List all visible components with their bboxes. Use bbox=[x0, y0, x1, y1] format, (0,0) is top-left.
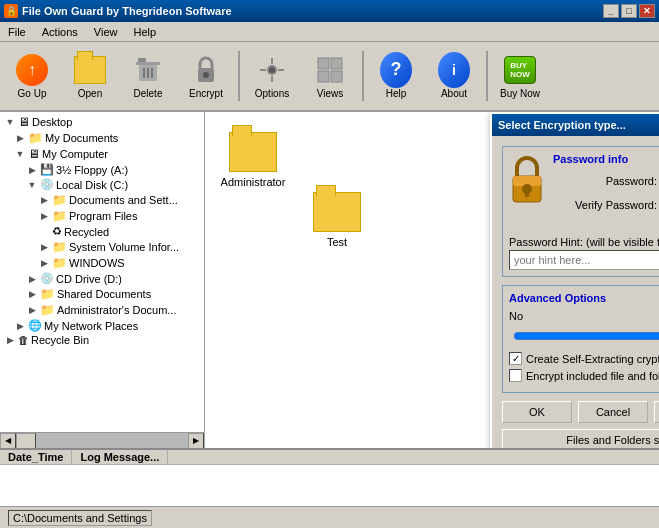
password-section-inner: Password info Password: Verify Password: bbox=[509, 153, 659, 232]
views-svg bbox=[314, 54, 346, 86]
tree-item-recycle-bin[interactable]: ▶ 🗑 Recycle Bin bbox=[2, 333, 202, 347]
scroll-thumb[interactable] bbox=[16, 433, 36, 449]
views-button[interactable]: Views bbox=[302, 46, 358, 106]
tree-item-network[interactable]: ▶ 🌐 My Network Places bbox=[2, 318, 202, 333]
delete-icon bbox=[132, 54, 164, 86]
delete-label: Delete bbox=[134, 88, 163, 99]
tree-label-sysvolume: System Volume Infor... bbox=[69, 241, 179, 253]
files-folders-button[interactable]: Files and Folders selected for encryptio… bbox=[502, 429, 659, 448]
go-up-icon: ↑ bbox=[16, 54, 48, 86]
tree-label-floppy: 3½ Floppy (A:) bbox=[56, 164, 128, 176]
file-item-test[interactable]: Test bbox=[297, 180, 377, 260]
dialog-title-bar: Select Encryption type... ? ✕ bbox=[492, 114, 659, 136]
toolbar: ↑ Go Up Open Delete bbox=[0, 42, 659, 112]
tree-label-windows: WINDOWS bbox=[69, 257, 125, 269]
menu-file[interactable]: File bbox=[4, 25, 30, 39]
buynow-button[interactable]: BUYNOW Buy Now bbox=[492, 46, 548, 106]
encrypt-label: Encrypt bbox=[189, 88, 223, 99]
ok-button[interactable]: OK bbox=[502, 401, 572, 423]
folder-icon-sysvolume: 📁 bbox=[52, 240, 67, 254]
delete-button[interactable]: Delete bbox=[120, 46, 176, 106]
compression-slider[interactable] bbox=[513, 328, 659, 344]
create-archive-checkbox[interactable]: ✓ bbox=[509, 352, 522, 365]
encrypt-button[interactable]: Encrypt bbox=[178, 46, 234, 106]
maximize-button[interactable]: □ bbox=[621, 4, 637, 18]
title-bar-left: 🔒 File Own Guard by Thegrideon Software bbox=[4, 4, 232, 18]
tree-item-local-disk[interactable]: ▼ 💿 Local Disk (C:) bbox=[2, 177, 202, 192]
tree-item-floppy[interactable]: ▶ 💾 3½ Floppy (A:) bbox=[2, 162, 202, 177]
tree-label-admin-docs: Administrator's Docum... bbox=[57, 304, 176, 316]
menu-help[interactable]: Help bbox=[129, 25, 160, 39]
tree-item-admin-docs[interactable]: ▶ 📁 Administrator's Docum... bbox=[2, 302, 202, 318]
options-icon bbox=[256, 54, 288, 86]
open-button[interactable]: Open bbox=[62, 46, 118, 106]
desktop-icon: 🖥 bbox=[18, 115, 30, 129]
tree-item-cd-drive[interactable]: ▶ 💿 CD Drive (D:) bbox=[2, 271, 202, 286]
title-bar: 🔒 File Own Guard by Thegrideon Software … bbox=[0, 0, 659, 22]
scroll-left-btn[interactable]: ◀ bbox=[0, 433, 16, 449]
go-up-label: Go Up bbox=[18, 88, 47, 99]
file-tree: ▼ 🖥 Desktop ▶ 📁 My Documents ▼ 🖥 My Comp… bbox=[0, 112, 205, 432]
go-up-circle: ↑ bbox=[16, 54, 48, 86]
svg-point-7 bbox=[203, 72, 209, 78]
expand-docs-settings: ▶ bbox=[38, 195, 50, 205]
folder-shape-test bbox=[313, 192, 361, 232]
expand-my-computer: ▼ bbox=[14, 149, 26, 159]
file-item-administrator[interactable]: Administrator bbox=[213, 120, 293, 200]
options-button[interactable]: Options bbox=[244, 46, 300, 106]
folder-icon-shared-docs: 📁 bbox=[40, 287, 55, 301]
tree-item-my-documents[interactable]: ▶ 📁 My Documents bbox=[2, 130, 202, 146]
encryption-dialog: Select Encryption type... ? ✕ bbox=[490, 112, 659, 448]
tree-item-recycled[interactable]: ♻ Recycled bbox=[2, 224, 202, 239]
tree-item-sysvolume[interactable]: ▶ 📁 System Volume Infor... bbox=[2, 239, 202, 255]
tree-item-docs-settings[interactable]: ▶ 📁 Documents and Sett... bbox=[2, 192, 202, 208]
dialog-title-text: Select Encryption type... bbox=[498, 119, 626, 131]
close-button[interactable]: ✕ bbox=[639, 4, 655, 18]
hint-row: Password Hint: (will be visible to all !… bbox=[509, 236, 659, 270]
checkbox2-row: Encrypt included file and folder names. bbox=[509, 369, 659, 382]
svg-point-9 bbox=[269, 67, 275, 73]
folder-icon-docs-settings: 📁 bbox=[52, 193, 67, 207]
lock-icon-container bbox=[509, 153, 545, 207]
about-label: About bbox=[441, 88, 467, 99]
tree-label-desktop: Desktop bbox=[32, 116, 72, 128]
compression-no-label: No bbox=[509, 310, 523, 322]
toolbar-sep3 bbox=[486, 51, 488, 101]
minimize-button[interactable]: _ bbox=[603, 4, 619, 18]
tree-item-shared-docs[interactable]: ▶ 📁 Shared Documents bbox=[2, 286, 202, 302]
help-icon: ? bbox=[380, 54, 412, 86]
hint-label: Password Hint: (will be visible to all !… bbox=[509, 236, 659, 248]
tree-label-my-docs: My Documents bbox=[45, 132, 118, 144]
title-bar-buttons: _ □ ✕ bbox=[603, 4, 655, 18]
expand-recycle-bin: ▶ bbox=[4, 335, 16, 345]
cancel-button[interactable]: Cancel bbox=[578, 401, 648, 423]
about-circle: i bbox=[438, 52, 470, 88]
about-button[interactable]: i About bbox=[426, 46, 482, 106]
help-button[interactable]: ? Help bbox=[368, 46, 424, 106]
tree-item-program-files[interactable]: ▶ 📁 Program Files bbox=[2, 208, 202, 224]
checkbox2-label: Encrypt included file and folder names. bbox=[526, 370, 659, 382]
svg-rect-14 bbox=[318, 58, 329, 69]
floppy-icon: 💾 bbox=[40, 163, 54, 176]
menu-view[interactable]: View bbox=[90, 25, 122, 39]
options-dialog-button[interactable]: Options... bbox=[654, 401, 659, 423]
menu-actions[interactable]: Actions bbox=[38, 25, 82, 39]
encrypt-names-checkbox[interactable] bbox=[509, 369, 522, 382]
expand-desktop: ▼ bbox=[4, 117, 16, 127]
verify-field-row: Verify Password: bbox=[553, 195, 659, 215]
scroll-right-btn[interactable]: ▶ bbox=[188, 433, 204, 449]
tree-item-windows[interactable]: ▶ 📁 WINDOWS bbox=[2, 255, 202, 271]
hint-input[interactable] bbox=[509, 250, 659, 270]
tree-item-my-computer[interactable]: ▼ 🖥 My Computer bbox=[2, 146, 202, 162]
checkbox1-row: ✓ Create Self-Extracting crypto-archive bbox=[509, 352, 659, 365]
expand-local-disk: ▼ bbox=[26, 180, 38, 190]
expand-floppy: ▶ bbox=[26, 165, 38, 175]
tree-item-desktop[interactable]: ▼ 🖥 Desktop bbox=[2, 114, 202, 130]
svg-rect-21 bbox=[525, 189, 529, 197]
svg-rect-0 bbox=[138, 58, 146, 62]
go-up-button[interactable]: ↑ Go Up bbox=[4, 46, 60, 106]
toolbar-sep1 bbox=[238, 51, 240, 101]
tree-label-docs-settings: Documents and Sett... bbox=[69, 194, 178, 206]
expand-admin-docs: ▶ bbox=[26, 305, 38, 315]
expand-sysvolume: ▶ bbox=[38, 242, 50, 252]
